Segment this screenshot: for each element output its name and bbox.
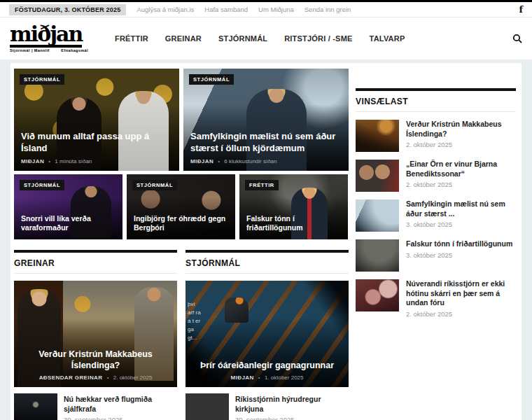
article-title[interactable]: Samfylkingin mælist nú sem áður stærst í… <box>190 131 342 155</box>
card-overlay: Verður Kristrún Makkabeus Íslendinga? AÐ… <box>14 342 177 388</box>
main-nav: FRÉTTIR GREINAR STJÓRNMÁL RITSTJÓRI / -S… <box>115 34 405 43</box>
site-logo[interactable]: miðjan Stjórnmál | Mannlíf Efnahagsmál <box>10 24 92 52</box>
greinar-list-item[interactable]: Nú hækkar verð flugmiða sjálfkrafa 30. s… <box>14 393 177 420</box>
list-item-text: Nú hækkar verð flugmiða sjálfkrafa 30. s… <box>64 393 177 420</box>
article-date: 2. október 2025 <box>406 141 516 148</box>
sidebar-header: VINSÆLAST <box>356 88 516 112</box>
article-title[interactable]: „Einar Örn er vinur Bjarna Benediktssona… <box>406 160 516 178</box>
popular-item-5[interactable]: Núverandi ríkisstjórn er ekki hótinu ská… <box>356 279 516 318</box>
topbar-link-submit[interactable]: Senda inn grein <box>304 6 351 13</box>
greinar-main-card[interactable]: Verður Kristrún Makkabeus Íslendinga? AÐ… <box>14 281 177 387</box>
category-badge[interactable]: STJÓRNMÁL <box>189 74 234 85</box>
featured-card-3[interactable]: STJÓRNMÁL Snorri vill líka verða varafor… <box>14 174 122 239</box>
article-author[interactable]: AÐSENDAR GREINAR <box>39 374 103 381</box>
article-title[interactable]: Verður Kristrún Makkabeus Íslendinga? <box>406 120 516 139</box>
popular-item-2[interactable]: „Einar Örn er vinur Bjarna Benediktssona… <box>356 160 516 192</box>
featured-card-1[interactable]: STJÓRNMÁL Við munum alltaf passa upp á Í… <box>14 69 179 171</box>
featured-row-small: STJÓRNMÁL Snorri vill líka verða varafor… <box>14 171 349 239</box>
article-date: 3. október 2025 <box>406 220 516 228</box>
current-date: FÖSTUDAGUR, 3. OKTÓBER 2025 <box>9 4 126 15</box>
article-title[interactable]: Snorri vill líka verða varaformaður <box>21 214 115 233</box>
category-badge[interactable]: STJÓRNMÁL <box>132 180 177 190</box>
article-date: 2. október 2025 <box>113 374 153 381</box>
search-icon[interactable] <box>512 34 522 43</box>
logo-tagline: Stjórnmál | Mannlíf Efnahagsmál <box>10 48 88 52</box>
article-date: 3. október 2025 <box>406 251 512 259</box>
sidebar: VINSÆLAST Verður Kristrún Makkabeus Ísle… <box>356 69 518 420</box>
sidebar-title: VINSÆLAST <box>356 91 516 112</box>
list-item-text: Falskur tónn í friðartillögunum 3. októb… <box>406 239 512 272</box>
topbar: FÖSTUDAGUR, 3. OKTÓBER 2025 Auglýsa á mi… <box>0 2 532 18</box>
nav-stjornmal[interactable]: STJÓRNMÁL <box>218 34 267 43</box>
section-title[interactable]: GREINAR <box>14 253 177 274</box>
article-meta: AÐSENDAR GREINAR • 2. október 2025 <box>21 374 170 381</box>
topbar-link-about[interactable]: Um Miðjuna <box>258 6 294 13</box>
meta-separator: • <box>107 374 109 381</box>
stjornmal-main-card[interactable]: því arf ra á t er ga gt... Þrír óáreiðan… <box>186 281 349 387</box>
article-thumbnail <box>356 239 399 272</box>
popular-item-1[interactable]: Verður Kristrún Makkabeus Íslendinga? 2.… <box>356 120 516 152</box>
article-thumbnail <box>14 393 57 420</box>
featured-row-large: STJÓRNMÁL Við munum alltaf passa upp á Í… <box>14 69 349 171</box>
article-thumbnail <box>356 279 399 312</box>
clipped-excerpt: því arf ra á t er ga gt... <box>188 300 202 342</box>
article-title[interactable]: Ríkisstjórnin hýrudregur kirkjuna <box>235 395 349 414</box>
article-date: 2. október 2025 <box>406 181 516 188</box>
logo-wordmark: miðjan <box>10 24 82 48</box>
main-column: STJÓRNMÁL Við munum alltaf passa upp á Í… <box>14 69 349 420</box>
featured-card-4[interactable]: STJÓRNMÁL Ingibjörg fer óhrædd gegn Berg… <box>127 174 235 239</box>
article-thumbnail <box>186 393 229 420</box>
article-title[interactable]: Verður Kristrún Makkabeus Íslendinga? <box>21 349 170 372</box>
article-title[interactable]: Ingibjörg fer óhrædd gegn Bergþóri <box>134 214 228 233</box>
topbar-link-advertise[interactable]: Auglýsa á miðjan.is <box>136 6 194 13</box>
nav-ritstjori[interactable]: RITSTJÓRI / -SME <box>284 34 352 43</box>
list-item-text: Samfylkingin mælist nú sem áður stærst .… <box>406 200 516 232</box>
nav-frettir[interactable]: FRÉTTIR <box>115 34 148 43</box>
article-author[interactable]: MIÐJAN <box>231 374 254 381</box>
logo-tagline-right: Efnahagsmál <box>61 48 88 52</box>
meta-separator: • <box>48 158 50 164</box>
article-title[interactable]: Falskur tónn í friðartillögunum <box>406 239 512 249</box>
article-meta: MIÐJAN • 6 klukkustundir síðan <box>190 158 342 164</box>
article-title[interactable]: Samfylkingin mælist nú sem áður stærst .… <box>406 200 516 218</box>
card-overlay: Þrír óáreiðanlegir gagnagrunnar MIÐJAN •… <box>186 354 349 387</box>
article-title[interactable]: Núverandi ríkisstjórn er ekki hótinu ská… <box>406 279 516 308</box>
article-title[interactable]: Nú hækkar verð flugmiða sjálfkrafa <box>64 395 177 414</box>
stjornmal-list-item[interactable]: Ríkisstjórnin hýrudregur kirkjuna 30. se… <box>186 393 349 420</box>
list-item-text: Núverandi ríkisstjórn er ekki hótinu ská… <box>406 279 516 318</box>
topbar-link-contact[interactable]: Hafa samband <box>204 6 248 13</box>
category-badge[interactable]: STJÓRNMÁL <box>20 180 64 190</box>
article-title[interactable]: Við munum alltaf passa upp á Ísland <box>21 131 172 155</box>
featured-card-5[interactable]: FRÉTTIR Falskur tónn í friðartillögunum <box>239 174 348 239</box>
nav-greinar[interactable]: GREINAR <box>165 34 202 43</box>
category-badge[interactable]: FRÉTTIR <box>245 180 279 190</box>
section-greinar: GREINAR Verður Kristrún Makkabeus Íslend… <box>14 250 177 420</box>
article-thumbnail <box>356 120 399 152</box>
photo-figure <box>225 298 248 323</box>
facebook-icon[interactable]: f <box>519 5 523 14</box>
section-stjornmal: STJÓRNMÁL því arf ra á t er ga gt... Þrí… <box>186 250 349 420</box>
article-author[interactable]: MIÐJAN <box>21 158 44 164</box>
article-time: 6 klukkustundir síðan <box>224 158 276 164</box>
popular-item-3[interactable]: Samfylkingin mælist nú sem áður stærst .… <box>356 200 516 232</box>
article-title[interactable]: Þrír óáreiðanlegir gagnagrunnar <box>192 360 342 371</box>
featured-card-2[interactable]: STJÓRNMÁL Samfylkingin mælist nú sem áðu… <box>183 69 349 171</box>
card-overlay: Falskur tónn í friðartillögunum <box>239 208 348 239</box>
card-overlay: Snorri vill líka verða varaformaður <box>14 208 122 239</box>
article-meta: MIÐJAN • 1 mínúta síðan <box>21 158 172 164</box>
article-author[interactable]: MIÐJAN <box>190 158 214 164</box>
category-badge[interactable]: STJÓRNMÁL <box>20 74 64 85</box>
list-item-text: Verður Kristrún Makkabeus Íslendinga? 2.… <box>406 120 516 152</box>
nav-talvarp[interactable]: TALVARP <box>370 34 405 43</box>
content-area: STJÓRNMÁL Við munum alltaf passa upp á Í… <box>10 63 522 420</box>
article-title[interactable]: Falskur tónn í friðartillögunum <box>246 214 341 233</box>
article-thumbnail <box>356 160 399 192</box>
article-date: 2. október 2025 <box>406 310 516 318</box>
popular-item-4[interactable]: Falskur tónn í friðartillögunum 3. októb… <box>356 239 516 272</box>
card-overlay: Við munum alltaf passa upp á Ísland MIÐJ… <box>14 125 179 171</box>
logo-tagline-left: Stjórnmál | Mannlíf <box>10 48 50 52</box>
site-header: miðjan Stjórnmál | Mannlíf Efnahagsmál F… <box>0 18 532 59</box>
article-meta: MIÐJAN • 1. október 2025 <box>192 374 342 381</box>
section-title[interactable]: STJÓRNMÁL <box>186 253 349 274</box>
article-date: 30. september 2025 <box>64 416 177 420</box>
